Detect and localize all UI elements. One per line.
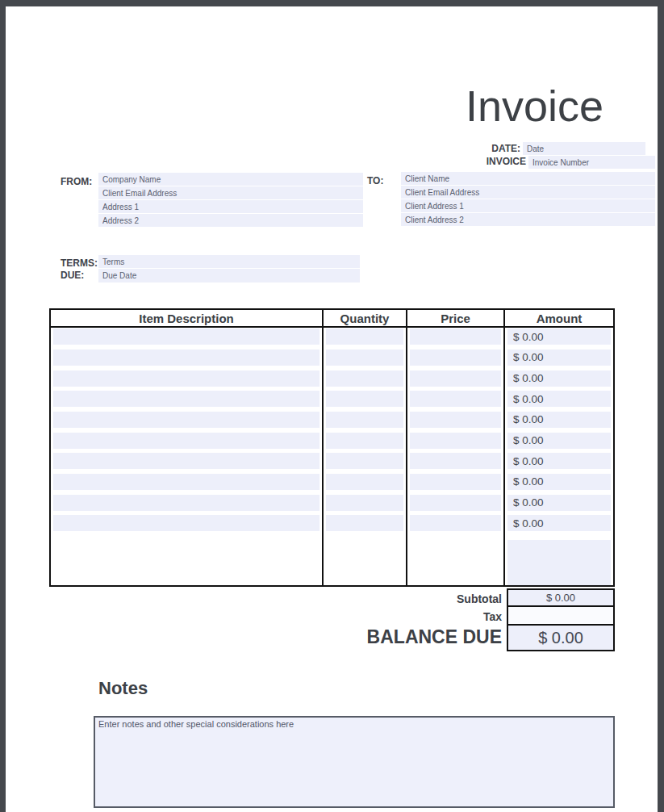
description-input-row-1[interactable] [53, 329, 319, 345]
quantity-input-row-10[interactable] [326, 515, 403, 531]
from-address-1-input[interactable] [98, 200, 363, 213]
quantity-input-row-4[interactable] [326, 391, 403, 407]
amount-input-row-1[interactable] [507, 329, 611, 345]
due-date-input[interactable] [98, 269, 360, 283]
to-client-name-input[interactable] [401, 172, 655, 185]
invoice-number-input[interactable] [528, 156, 655, 169]
balance-due-label: BALANCE DUE [367, 626, 502, 648]
quantity-input-row-6[interactable] [326, 433, 403, 449]
column-amount [505, 328, 613, 585]
from-company-name-input[interactable] [98, 173, 363, 186]
due-label: DUE: [61, 270, 84, 281]
quantity-input-row-2[interactable] [326, 349, 403, 366]
line-items-table: Item Description Quantity Price Amount [49, 308, 615, 587]
notes-textarea[interactable] [94, 716, 615, 808]
header-price: Price [407, 310, 505, 326]
to-client-email-input[interactable] [401, 186, 655, 199]
description-input-row-3[interactable] [53, 370, 319, 387]
description-input-row-6[interactable] [53, 433, 319, 449]
quantity-input-row-7[interactable] [326, 453, 403, 469]
tax-value[interactable] [507, 605, 615, 626]
page-title: Invoice [466, 81, 603, 131]
price-input-row-1[interactable] [410, 329, 501, 345]
amount-column-fill [507, 540, 611, 585]
tax-label: Tax [483, 610, 502, 623]
price-input-row-7[interactable] [410, 453, 501, 469]
invoice-number-label: INVOICE [487, 156, 526, 167]
page-frame-top [0, 0, 664, 6]
subtotal-value[interactable]: $ 0.00 [507, 588, 615, 607]
table-header-row: Item Description Quantity Price Amount [51, 310, 613, 328]
subtotal-label: Subtotal [457, 592, 502, 605]
quantity-input-row-8[interactable] [326, 474, 403, 490]
price-input-row-6[interactable] [410, 433, 501, 449]
table-body [51, 328, 613, 585]
quantity-input-row-9[interactable] [326, 495, 403, 511]
price-input-row-8[interactable] [410, 474, 501, 490]
header-quantity: Quantity [324, 310, 407, 326]
terms-label: TERMS: [61, 257, 98, 269]
amount-input-row-5[interactable] [507, 412, 611, 428]
terms-input[interactable] [98, 255, 360, 268]
page-frame-right [658, 0, 664, 812]
price-input-row-10[interactable] [410, 515, 501, 531]
amount-input-row-2[interactable] [507, 349, 611, 366]
page-frame-left [0, 0, 6, 812]
balance-due-value[interactable]: $ 0.00 [507, 624, 615, 651]
column-price [407, 328, 505, 585]
to-client-address-1-input[interactable] [401, 199, 655, 212]
price-input-row-3[interactable] [410, 370, 501, 387]
quantity-input-row-1[interactable] [326, 329, 403, 345]
from-address-2-input[interactable] [98, 214, 363, 227]
description-input-row-10[interactable] [53, 515, 319, 531]
amount-input-row-3[interactable] [507, 370, 611, 387]
amount-input-row-9[interactable] [507, 495, 611, 511]
description-input-row-7[interactable] [53, 453, 319, 469]
amount-input-row-10[interactable] [507, 515, 611, 531]
description-input-row-2[interactable] [53, 349, 319, 366]
amount-input-row-8[interactable] [507, 474, 611, 490]
price-input-row-4[interactable] [410, 391, 501, 407]
price-input-row-5[interactable] [410, 412, 501, 428]
to-label: TO: [367, 175, 383, 186]
to-client-address-2-input[interactable] [401, 213, 655, 226]
description-input-row-5[interactable] [53, 412, 319, 428]
header-amount: Amount [505, 310, 613, 326]
price-input-row-9[interactable] [410, 495, 501, 511]
column-item-description [51, 328, 324, 585]
date-input[interactable] [523, 142, 645, 155]
from-label: FROM: [61, 176, 92, 187]
description-input-row-4[interactable] [53, 391, 319, 407]
description-input-row-8[interactable] [53, 474, 319, 490]
price-input-row-2[interactable] [410, 349, 501, 366]
quantity-input-row-5[interactable] [326, 412, 403, 428]
from-email-input[interactable] [98, 186, 363, 199]
amount-input-row-4[interactable] [507, 391, 611, 407]
column-quantity [324, 328, 407, 585]
amount-input-row-7[interactable] [507, 453, 611, 469]
quantity-input-row-3[interactable] [326, 370, 403, 387]
header-item-description: Item Description [51, 310, 324, 326]
amount-input-row-6[interactable] [507, 433, 611, 449]
notes-heading: Notes [98, 678, 148, 699]
date-label: DATE: [491, 143, 520, 154]
description-input-row-9[interactable] [53, 495, 319, 511]
